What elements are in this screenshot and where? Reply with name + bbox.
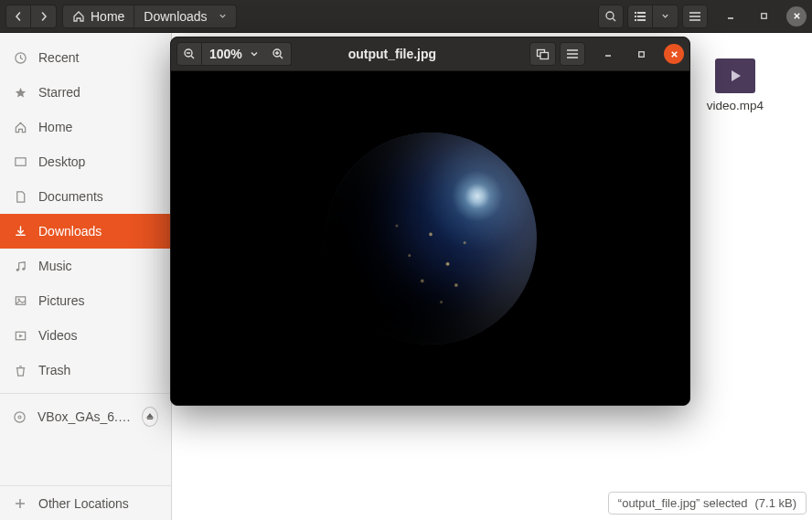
image-viewer-minimize-button[interactable] (598, 44, 618, 64)
presentation-icon (536, 48, 550, 60)
sidebar-item-label: Other Locations (38, 496, 129, 511)
svg-point-20 (17, 298, 19, 300)
sidebar-item-music[interactable]: Music (0, 249, 171, 283)
svg-rect-6 (635, 19, 636, 21)
zoom-level-dropdown[interactable]: 100% (202, 42, 266, 66)
hamburger-menu-button[interactable] (682, 5, 708, 28)
svg-rect-12 (761, 14, 766, 19)
image-content (325, 133, 537, 345)
svg-rect-4 (635, 16, 636, 17)
sidebar-item-other-locations[interactable]: Other Locations (0, 485, 171, 520)
home-icon (72, 10, 85, 23)
breadcrumb-current-label: Downloads (144, 9, 207, 24)
sidebar-item-desktop[interactable]: Desktop (0, 144, 171, 179)
sidebar-item-pictures[interactable]: Pictures (0, 283, 171, 318)
search-icon (604, 10, 617, 23)
forward-button[interactable] (31, 5, 57, 28)
view-switch (627, 5, 678, 28)
svg-point-17 (16, 268, 18, 271)
documents-icon (13, 190, 27, 204)
file-manager-headerbar: Home Downloads (0, 0, 812, 33)
svg-rect-5 (637, 16, 646, 17)
home-icon (13, 121, 27, 134)
presentation-button[interactable] (529, 42, 556, 66)
sidebar-item-trash[interactable]: Trash (0, 353, 171, 387)
sidebar-item-label: Videos (38, 328, 78, 343)
disc-icon (13, 410, 27, 424)
sidebar: Recent Starred Home Desktop Documents Do… (0, 33, 172, 520)
minimize-button[interactable] (721, 6, 741, 27)
nav-buttons (5, 5, 57, 28)
image-viewer-maximize-button[interactable] (631, 44, 651, 64)
search-button[interactable] (598, 5, 624, 28)
breadcrumb: Home Downloads (62, 5, 237, 28)
sidebar-item-label: Starred (38, 85, 80, 100)
svg-line-1 (613, 18, 615, 21)
status-size: (7.1 kB) (754, 496, 796, 510)
close-button[interactable] (786, 6, 807, 27)
sidebar-item-mount[interactable]: VBox_GAs_6.… (0, 399, 171, 434)
svg-point-0 (606, 12, 614, 19)
svg-point-22 (15, 411, 25, 421)
sidebar-item-label: Trash (38, 363, 70, 377)
list-view-icon (634, 11, 646, 22)
image-viewer-window: 100% output_file.jpg (170, 37, 690, 406)
sidebar-item-label: Music (38, 259, 72, 273)
sidebar-separator (0, 393, 171, 394)
sidebar-item-downloads[interactable]: Downloads (0, 214, 171, 249)
file-name-label: video.mp4 (695, 99, 775, 112)
menu-icon (689, 11, 701, 22)
zoom-level-label: 100% (209, 47, 242, 61)
star-icon (13, 86, 27, 100)
svg-rect-7 (637, 19, 646, 21)
chevron-down-icon (219, 12, 227, 20)
pictures-icon (13, 294, 27, 308)
svg-rect-2 (635, 12, 636, 14)
svg-point-23 (18, 416, 21, 419)
desktop-icon (13, 155, 27, 169)
list-view-button[interactable] (627, 5, 653, 28)
breadcrumb-current[interactable]: Downloads (134, 5, 236, 28)
svg-point-18 (22, 267, 25, 270)
sidebar-item-videos[interactable]: Videos (0, 318, 171, 353)
svg-rect-39 (638, 51, 644, 57)
videos-icon (13, 329, 27, 343)
sidebar-item-label: Desktop (38, 154, 85, 169)
sidebar-item-documents[interactable]: Documents (0, 179, 171, 214)
image-viewer-headerbar: 100% output_file.jpg (171, 37, 689, 71)
status-bar: “output_file.jpg” selected (7.1 kB) (608, 492, 807, 515)
sidebar-item-home[interactable]: Home (0, 110, 171, 144)
image-viewer-title: output_file.jpg (259, 47, 526, 61)
view-options-button[interactable] (653, 5, 678, 28)
sidebar-item-label: Pictures (38, 293, 85, 308)
eject-button[interactable] (142, 407, 158, 427)
menu-icon (566, 48, 579, 59)
sidebar-item-label: Home (38, 120, 72, 134)
sidebar-item-label: Downloads (38, 224, 102, 239)
zoom-out-icon (183, 48, 196, 60)
breadcrumb-home[interactable]: Home (62, 5, 134, 28)
chevron-down-icon (250, 49, 259, 58)
svg-rect-16 (15, 157, 25, 164)
svg-rect-3 (637, 12, 646, 14)
back-button[interactable] (5, 5, 31, 28)
sidebar-item-label: Recent (38, 50, 79, 65)
maximize-button[interactable] (753, 6, 774, 27)
image-viewer-close-button[interactable] (664, 44, 684, 64)
svg-rect-34 (540, 52, 549, 58)
clock-icon (13, 51, 27, 65)
sidebar-item-label: Documents (38, 189, 103, 204)
file-item-video[interactable]: video.mp4 (695, 58, 775, 112)
zoom-out-button[interactable] (176, 42, 202, 66)
image-canvas[interactable] (171, 71, 689, 405)
music-icon (13, 260, 27, 273)
svg-line-28 (191, 56, 194, 58)
sidebar-item-starred[interactable]: Starred (0, 75, 171, 110)
chevron-down-icon (661, 12, 669, 20)
trash-icon (13, 364, 27, 377)
sidebar-item-recent[interactable]: Recent (0, 40, 171, 75)
video-thumbnail (715, 58, 755, 93)
plus-icon (13, 497, 27, 510)
image-viewer-menu-button[interactable] (560, 42, 585, 66)
downloads-icon (13, 225, 27, 239)
